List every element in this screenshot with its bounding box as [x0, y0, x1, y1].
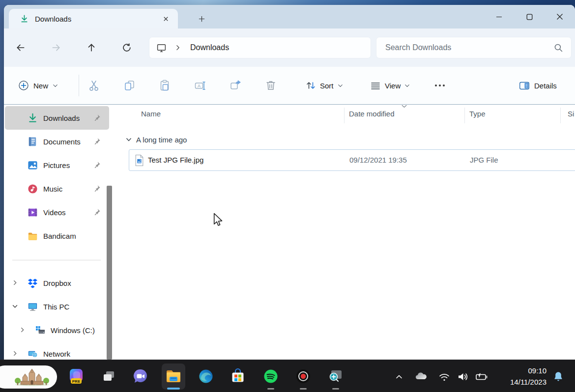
chevron-down-icon[interactable] — [125, 136, 132, 143]
minimize-button[interactable] — [484, 5, 514, 28]
forward-button[interactable] — [47, 39, 65, 56]
wifi-icon[interactable] — [436, 369, 452, 384]
breadcrumb[interactable]: Downloads — [190, 43, 229, 52]
sidebar-item-music[interactable]: Music — [5, 177, 109, 200]
explorer-content: Downloads Documents Pictures — [4, 105, 575, 360]
sidebar-item-documents[interactable]: Documents — [5, 130, 109, 153]
view-button[interactable]: View — [365, 67, 415, 104]
pin-icon — [93, 208, 101, 216]
sidebar-scrollbar[interactable] — [107, 186, 112, 360]
pin-icon — [93, 185, 101, 192]
column-header-name[interactable]: Name — [141, 110, 161, 118]
chevron-right-icon[interactable] — [12, 350, 18, 357]
new-button-label: New — [33, 82, 48, 90]
bandicam-record-icon[interactable] — [293, 366, 313, 386]
close-button[interactable] — [545, 5, 575, 28]
search-box[interactable] — [376, 37, 572, 58]
sidebar-item-this-pc[interactable]: This PC — [5, 295, 109, 318]
command-toolbar: New A Sort — [4, 67, 575, 105]
breadcrumb-chevron-icon — [174, 44, 181, 51]
new-button[interactable]: New — [14, 67, 62, 104]
search-input[interactable] — [385, 43, 554, 52]
chevron-down-icon[interactable] — [12, 303, 18, 309]
sidebar-item-label: Documents — [43, 138, 81, 146]
column-separator[interactable] — [344, 108, 345, 123]
sidebar-item-pictures[interactable]: Pictures — [5, 153, 109, 177]
details-button[interactable]: Details — [513, 67, 562, 104]
sort-button[interactable]: Sort — [300, 67, 348, 104]
downloads-icon — [20, 14, 29, 24]
videos-icon — [27, 207, 38, 218]
tray-overflow-chevron-icon[interactable] — [391, 369, 407, 384]
sidebar-item-label: Videos — [43, 208, 66, 217]
chevron-down-icon — [52, 83, 58, 89]
taskbar-clock[interactable]: 09:10 14/11/2023 — [491, 365, 546, 388]
chevron-right-icon[interactable] — [19, 327, 26, 333]
refresh-button[interactable] — [118, 39, 136, 56]
desktop: { "tab": { "title": "Downloads" }, "nav"… — [0, 0, 575, 392]
up-button[interactable] — [83, 39, 100, 56]
zoomit-icon[interactable] — [326, 366, 345, 386]
sidebar-item-downloads[interactable]: Downloads — [5, 106, 109, 130]
pin-icon — [93, 138, 101, 145]
file-name[interactable]: Test JPG File.jpg — [148, 156, 203, 164]
rename-button[interactable]: A — [189, 75, 211, 96]
clock-date: 14/11/2023 — [491, 376, 546, 388]
sidebar-item-videos[interactable]: Videos — [5, 200, 109, 224]
chat-icon[interactable] — [131, 366, 150, 386]
chevron-down-icon — [404, 83, 410, 89]
column-separator[interactable] — [464, 108, 465, 123]
view-button-label: View — [385, 82, 401, 90]
window-controls — [484, 5, 575, 28]
notification-bell-icon[interactable] — [550, 369, 566, 384]
share-button[interactable] — [225, 75, 246, 96]
cut-button[interactable] — [83, 75, 105, 96]
sort-button-label: Sort — [320, 82, 334, 90]
column-header-date-modified[interactable]: Date modified — [349, 110, 395, 118]
file-row[interactable]: Test JPG File.jpg 09/12/2021 19:35 JPG F… — [129, 149, 575, 171]
sort-icon — [305, 80, 316, 91]
more-options-button[interactable] — [429, 75, 451, 96]
tab-close-icon[interactable] — [159, 12, 172, 25]
this-pc-icon — [27, 301, 38, 312]
sidebar-item-bandicam[interactable]: Bandicam — [5, 224, 109, 248]
column-header-type[interactable]: Type — [469, 110, 486, 118]
sidebar-item-windows-c[interactable]: Windows (C:) — [5, 318, 109, 342]
clock-time: 09:10 — [491, 365, 546, 376]
column-header-size[interactable]: Si — [568, 110, 574, 118]
back-button[interactable] — [12, 39, 29, 56]
widgets-button[interactable] — [0, 365, 57, 389]
spotify-icon[interactable] — [261, 366, 281, 386]
sidebar-item-dropbox[interactable]: Dropbox — [5, 271, 109, 295]
chevron-right-icon[interactable] — [12, 280, 18, 286]
sidebar-item-network[interactable]: Network — [5, 342, 109, 360]
battery-icon[interactable] — [474, 369, 489, 384]
copilot-preview-icon[interactable]: PRE — [66, 366, 86, 386]
file-explorer-icon[interactable] — [164, 366, 183, 386]
details-pane-icon — [518, 79, 531, 92]
volume-icon[interactable] — [455, 369, 471, 384]
task-view-icon[interactable] — [99, 366, 118, 386]
column-separator[interactable] — [560, 108, 561, 123]
onedrive-icon[interactable] — [413, 369, 429, 384]
group-header[interactable]: A long time ago — [125, 133, 187, 146]
address-bar[interactable]: Downloads — [149, 37, 371, 58]
delete-button[interactable] — [260, 75, 282, 96]
pin-icon — [93, 161, 101, 168]
maximize-button[interactable] — [514, 5, 545, 28]
search-icon[interactable] — [554, 43, 563, 53]
file-explorer-active-indicator — [167, 388, 180, 390]
mouse-cursor — [212, 213, 224, 227]
navigation-bar: Downloads — [4, 28, 575, 67]
paste-button[interactable] — [154, 75, 175, 96]
new-tab-button[interactable] — [195, 12, 208, 25]
copy-button[interactable] — [118, 75, 140, 96]
sidebar-item-label: Network — [43, 350, 70, 358]
sidebar-item-label: Music — [43, 185, 62, 193]
tab-downloads[interactable]: Downloads — [9, 9, 178, 28]
spotify-running-indicator — [267, 388, 274, 390]
group-label: A long time ago — [136, 136, 187, 144]
microsoft-store-icon[interactable] — [228, 366, 248, 386]
downloads-icon — [27, 112, 38, 124]
edge-icon[interactable] — [196, 366, 216, 386]
